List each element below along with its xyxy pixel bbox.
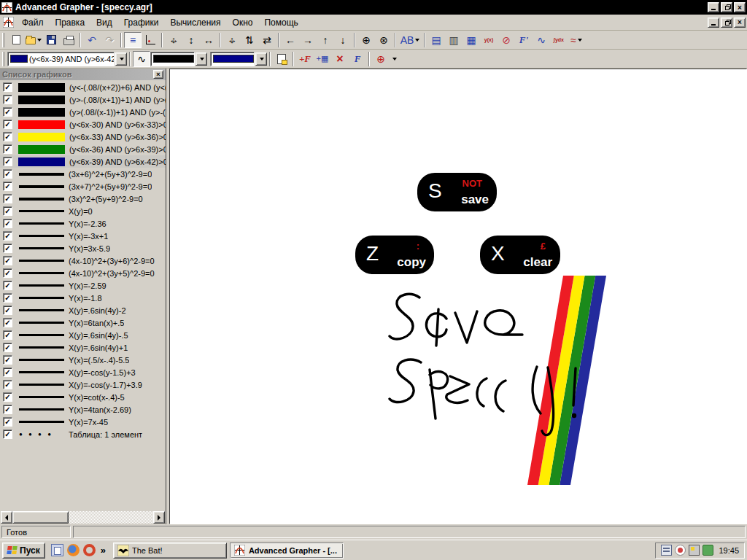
graph-list-item[interactable]: ✓X(y)=.6sin(4y)+1 bbox=[0, 341, 166, 354]
checkbox[interactable]: ✓ bbox=[3, 268, 12, 278]
checkbox[interactable]: ✓ bbox=[3, 95, 12, 104]
redo-button[interactable]: ↷ bbox=[101, 32, 118, 48]
checkbox[interactable]: ✓ bbox=[3, 405, 12, 414]
toolbar-grip[interactable] bbox=[2, 52, 4, 66]
checkbox[interactable]: ✓ bbox=[3, 194, 12, 203]
opera-icon[interactable] bbox=[83, 544, 96, 556]
checkbox[interactable]: ✓ bbox=[3, 132, 12, 141]
plot-canvas[interactable] bbox=[169, 69, 747, 524]
graph-list-item[interactable]: ✓Y(x)=-3x+1 bbox=[0, 230, 166, 242]
firefox-icon[interactable] bbox=[67, 544, 80, 556]
graph-list-item[interactable]: ✓Y(x)=7x-45 bbox=[0, 416, 166, 428]
zoom-out-horizontal-button[interactable]: ↔ bbox=[200, 32, 217, 48]
center-origin-button[interactable]: ⊕ bbox=[357, 32, 375, 48]
graph-list-item[interactable]: ✓(4x-10)^2+(3y+5)^2-9=0 bbox=[0, 267, 166, 279]
checkbox[interactable]: ✓ bbox=[3, 120, 12, 129]
calculator-button[interactable]: ▥ bbox=[445, 32, 462, 48]
graph-list-item[interactable]: ✓(4x-10)^2+(3y+6)^2-9=0 bbox=[0, 254, 166, 267]
graph-list-item[interactable]: ✓X(y)=0 bbox=[0, 205, 166, 217]
checkbox[interactable]: ✓ bbox=[3, 82, 12, 92]
line-style-button[interactable]: ∿ bbox=[133, 51, 150, 67]
scroll-left-button[interactable] bbox=[1, 511, 12, 524]
graph-list-item[interactable]: ✓Y(x)=cot(x-.4)-5 bbox=[0, 391, 166, 403]
line-color-combo[interactable] bbox=[150, 52, 195, 66]
checkbox[interactable]: ✓ bbox=[3, 429, 12, 439]
graph-list-item[interactable]: ✓X(y)=.6sin(4y)-.5 bbox=[0, 329, 166, 341]
horizontal-scrollbar[interactable] bbox=[1, 511, 165, 524]
zoom-out-vertical-button[interactable]: ↕ bbox=[182, 32, 200, 48]
integral-button[interactable]: ∫ydx bbox=[550, 32, 568, 48]
minimize-button[interactable] bbox=[708, 2, 719, 12]
checkbox[interactable]: ✓ bbox=[3, 206, 12, 216]
trace-button[interactable]: y(x) bbox=[480, 32, 498, 48]
quick-launch-overflow-chevron[interactable]: » bbox=[99, 545, 107, 556]
text-label-button[interactable]: AB bbox=[398, 32, 422, 48]
zoom-in-all-button[interactable]: ↔↕ bbox=[223, 32, 241, 48]
print-button[interactable] bbox=[60, 32, 77, 48]
zoom-out-all-button[interactable]: ↔↕ bbox=[165, 32, 182, 48]
scroll-right-button[interactable] bbox=[153, 511, 165, 524]
checkbox[interactable]: ✓ bbox=[3, 281, 12, 290]
checkbox[interactable]: ✓ bbox=[3, 293, 12, 303]
move-up-button[interactable]: ↑ bbox=[317, 32, 334, 48]
edit-function-button[interactable]: F bbox=[349, 51, 366, 67]
graph-list-item[interactable]: ✓Y(x)=(.5/x-.4)-5.5 bbox=[0, 354, 166, 366]
graph-list-item[interactable]: ✓(3x+7)^2+(5y+9)^2-9=0 bbox=[0, 180, 166, 192]
trace-mode-dropdown-button[interactable] bbox=[390, 51, 398, 67]
graph-list-item[interactable]: ✓● ● ● ●Таблица: 1 элемент bbox=[0, 428, 166, 440]
undo-button[interactable]: ↶ bbox=[83, 32, 101, 48]
document-minimize-button[interactable] bbox=[708, 18, 719, 28]
checkbox[interactable]: ✓ bbox=[3, 368, 12, 377]
axes-style-button[interactable] bbox=[142, 32, 159, 48]
show-desktop-icon[interactable] bbox=[51, 544, 63, 556]
menu-item-window[interactable]: Окно bbox=[227, 15, 259, 30]
delete-graph-button[interactable]: × bbox=[331, 51, 349, 67]
graph-list-item[interactable]: ✓(y<6x-33) AND (y>6x-36)>0 bbox=[0, 131, 166, 143]
table-button[interactable]: ▦ bbox=[462, 32, 480, 48]
tray-utility-icon[interactable] bbox=[703, 545, 713, 556]
add-table-button[interactable]: +▦ bbox=[314, 51, 331, 67]
scrollbar-thumb[interactable] bbox=[12, 511, 69, 524]
formula-combo-dropdown-button[interactable] bbox=[115, 52, 127, 66]
panel-close-button[interactable]: × bbox=[153, 70, 163, 79]
checkbox[interactable]: ✓ bbox=[3, 107, 12, 117]
graph-list-item[interactable]: ✓Y(x)=3x-5.9 bbox=[0, 242, 166, 254]
line-color-dropdown-button[interactable] bbox=[196, 52, 207, 66]
tray-keyboard-layout-icon[interactable] bbox=[661, 545, 672, 556]
open-file-button[interactable] bbox=[25, 32, 42, 48]
close-button[interactable]: × bbox=[734, 2, 746, 12]
graph-list-item[interactable]: ✓X(y)=.6sin(4y)-2 bbox=[0, 304, 166, 316]
trace-mode-button[interactable]: ⊕ bbox=[372, 51, 390, 67]
graph-list-item[interactable]: ✓(3x+6)^2+(5y+3)^2-9=0 bbox=[0, 168, 166, 180]
graph-list-item[interactable]: ✓Y(x)=6tan(x)+.5 bbox=[0, 316, 166, 329]
graph-list-item[interactable]: ✓(y<6x-39) AND (y>6x-42)>0 bbox=[0, 155, 166, 168]
graph-list-item[interactable]: ✓Y(x)=-1.8 bbox=[0, 292, 166, 304]
graph-properties-button[interactable] bbox=[273, 51, 290, 67]
graph-list-item[interactable]: ✓X(y)=-cos(y-1.5)+3 bbox=[0, 366, 166, 378]
graph-list-item[interactable]: ✓X(y)=-cos(y-1.7)+3.9 bbox=[0, 378, 166, 391]
graph-list-item[interactable]: ✓Y(x)=-2.59 bbox=[0, 279, 166, 292]
graph-list-item[interactable]: ✓(y>-(.08/(x+1))+1) AND (y>( bbox=[0, 93, 166, 106]
checkbox[interactable]: ✓ bbox=[3, 355, 12, 365]
graph-list-toggle-button[interactable]: ≡ bbox=[124, 32, 142, 48]
menu-item-graphs[interactable]: Графики bbox=[118, 15, 165, 30]
fill-color-combo[interactable] bbox=[210, 52, 255, 66]
checkbox[interactable]: ✓ bbox=[3, 219, 12, 228]
no-trace-button[interactable]: ⊘ bbox=[498, 32, 515, 48]
checkbox[interactable]: ✓ bbox=[3, 182, 12, 191]
graph-list-item[interactable]: ✓(3x)^2+(5y+9)^2-9=0 bbox=[0, 192, 166, 205]
menu-item-edit[interactable]: Правка bbox=[50, 15, 91, 30]
graph-list-item[interactable]: ✓(y<-(.08/(x+2))+6) AND (y<( bbox=[0, 81, 166, 93]
tray-dialer-icon[interactable] bbox=[675, 545, 686, 556]
save-file-button[interactable] bbox=[42, 32, 60, 48]
menu-item-file[interactable]: Файл bbox=[16, 15, 50, 30]
checkbox[interactable]: ✓ bbox=[3, 343, 12, 352]
derivative-button[interactable]: F' bbox=[515, 32, 533, 48]
taskbar-task-button[interactable]: The Bat! bbox=[113, 542, 227, 559]
formula-combo[interactable]: (y<6x-39) AND (y>6x-42)>0 bbox=[7, 52, 115, 66]
tangent-button[interactable]: ∿ bbox=[533, 32, 550, 48]
checkbox[interactable]: ✓ bbox=[3, 157, 12, 166]
restore-button[interactable] bbox=[721, 2, 732, 12]
document-restore-button[interactable] bbox=[721, 18, 732, 28]
scrollbar-track[interactable] bbox=[12, 511, 153, 524]
